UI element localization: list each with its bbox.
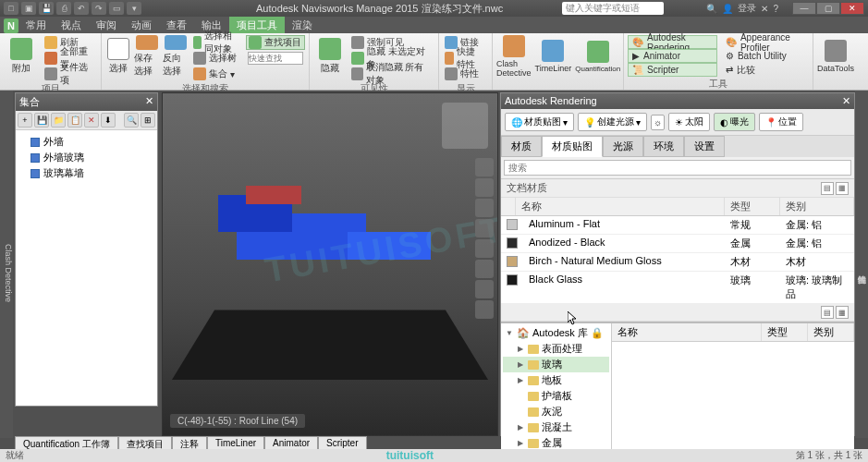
close-button[interactable]: ✕	[840, 2, 864, 15]
lib-node[interactable]: 护墙板	[503, 388, 609, 404]
lib-node-selected[interactable]: ▶玻璃	[503, 357, 609, 372]
right-dock-tabs[interactable]: 特性的属性	[855, 91, 868, 438]
lib-grid-view-icon[interactable]: ▦	[836, 306, 849, 319]
nav-pan-icon[interactable]	[475, 178, 494, 197]
timeliner-button[interactable]: TimeLiner	[535, 35, 572, 78]
batch-utility-button[interactable]: ⚙Batch Utility	[721, 49, 809, 63]
sets-search-icon[interactable]: 🔍	[124, 113, 139, 128]
3d-viewport[interactable]: TUITUISOFT C(-48)-1(-55) : Roof Line (54…	[162, 92, 498, 436]
exposure-toggle[interactable]: ◐曝光	[714, 113, 755, 131]
qat-dropdown-icon[interactable]: ▾	[127, 2, 141, 15]
material-row[interactable]: Black Glass玻璃玻璃: 玻璃制品	[501, 272, 854, 304]
select-same-button[interactable]: 选择相同对象	[191, 35, 242, 50]
tab-home[interactable]: 常用	[18, 17, 54, 33]
create-light-dropdown[interactable]: 💡创建光源 ▾	[578, 113, 647, 131]
subtab-lights[interactable]: 光源	[603, 136, 643, 157]
set-item-0[interactable]: 外墙	[19, 134, 153, 150]
login-link[interactable]: 登录	[738, 2, 756, 15]
subtab-material-mapping[interactable]: 材质贴图	[542, 136, 603, 157]
sun-toggle[interactable]: ☀太阳	[668, 113, 710, 131]
nav-camera-icon[interactable]	[475, 300, 494, 319]
user-icon[interactable]: 👤	[722, 4, 733, 14]
autodesk-rendering-button[interactable]: 🎨Autodesk Rendering	[628, 35, 717, 49]
left-dock-tabs[interactable]: Clash Detective	[0, 91, 13, 438]
nav-fly-icon[interactable]	[475, 280, 494, 298]
nav-zoom-icon[interactable]	[475, 199, 494, 217]
lib-node[interactable]: 灰泥	[503, 404, 609, 419]
qat-select-icon[interactable]: ▭	[109, 2, 124, 15]
qat-print-icon[interactable]: ⎙	[56, 2, 71, 15]
maximize-button[interactable]: ▢	[816, 2, 840, 15]
sets-delete-icon[interactable]: ✕	[84, 113, 99, 128]
sets-add-icon[interactable]: +	[18, 113, 32, 128]
location-button[interactable]: 📍位置	[759, 113, 803, 131]
set-item-1[interactable]: 外墙玻璃	[19, 150, 153, 165]
col-name[interactable]: 名称	[516, 198, 725, 215]
material-row[interactable]: Aluminum - Flat常规金属: 铝	[501, 216, 854, 235]
search-web-icon[interactable]: 🔍	[706, 4, 717, 14]
sets-folder-icon[interactable]: 📁	[51, 113, 66, 128]
invert-selection-button[interactable]: 反向选择	[163, 35, 188, 78]
tab-render[interactable]: 渲染	[285, 17, 320, 33]
file-options-button[interactable]: 文件选项	[43, 67, 97, 81]
quick-find-input[interactable]	[246, 51, 305, 66]
select-button[interactable]: 选择	[105, 35, 130, 78]
subtab-environment[interactable]: 环境	[643, 136, 684, 157]
nav-wheel-icon[interactable]	[475, 158, 494, 176]
qat-open-icon[interactable]: ▣	[21, 2, 36, 15]
qat-save-icon[interactable]: 💾	[39, 2, 54, 15]
col-type[interactable]: 类型	[725, 198, 780, 215]
sets-import-icon[interactable]: ⬇	[101, 113, 116, 128]
help-search-input[interactable]: 键入关键字或短语	[562, 2, 664, 15]
appearance-profiler-button[interactable]: 🎨Appearance Profiler	[721, 35, 809, 49]
properties-button[interactable]: 特性	[443, 67, 488, 81]
lib-col-type[interactable]: 类型	[762, 323, 808, 341]
selection-tree-button[interactable]: 选择树	[191, 51, 242, 66]
col-category[interactable]: 类别	[780, 198, 854, 215]
minimize-button[interactable]: —	[792, 2, 816, 15]
subtab-materials[interactable]: 材质	[501, 136, 542, 157]
lib-col-cat[interactable]: 类别	[808, 323, 854, 341]
sets-dropdown-button[interactable]: 集合 ▾	[191, 67, 242, 81]
sets-copy-icon[interactable]: 📋	[67, 113, 82, 128]
set-item-2[interactable]: 玻璃幕墙	[19, 165, 153, 181]
append-button[interactable]: 附加	[4, 35, 39, 78]
hide-button[interactable]: 隐藏	[313, 35, 346, 78]
animator-button[interactable]: ▶Animator	[628, 49, 717, 63]
app-menu-icon[interactable]: N	[4, 18, 18, 33]
nav-walk-icon[interactable]	[475, 260, 494, 278]
nav-look-icon[interactable]	[475, 239, 494, 258]
sets-panel-close-icon[interactable]: ✕	[145, 95, 153, 109]
datatools-button[interactable]: DataTools	[817, 35, 854, 78]
rendering-panel-close-icon[interactable]: ✕	[842, 95, 850, 107]
grid-view-icon[interactable]: ▦	[836, 182, 849, 195]
exchange-icon[interactable]: ✕	[761, 4, 768, 14]
quantification-button[interactable]: Quantification	[575, 35, 620, 78]
compare-button[interactable]: ⇄比较	[721, 63, 809, 77]
tab-animation[interactable]: 动画	[124, 17, 159, 33]
quick-props-button[interactable]: 快捷 特性	[443, 51, 488, 66]
scripter-button[interactable]: 📜Scripter	[628, 63, 717, 77]
lib-node[interactable]: ▶地板	[503, 372, 609, 388]
nav-orbit-icon[interactable]	[475, 219, 494, 237]
sets-expand-icon[interactable]: ⊞	[141, 113, 155, 128]
help-icon[interactable]: ?	[773, 4, 778, 14]
list-view-icon[interactable]: ▤	[821, 182, 834, 195]
lib-node[interactable]: ▶混凝土	[503, 419, 609, 435]
sun-settings-button[interactable]: ☼	[651, 115, 665, 130]
viewcube[interactable]	[442, 103, 488, 149]
clash-detective-button[interactable]: Clash Detective	[496, 35, 532, 78]
material-mapping-dropdown[interactable]: 🌐材质贴图 ▾	[505, 113, 574, 131]
material-row[interactable]: Anodized - Black金属金属: 铝	[501, 235, 854, 253]
save-selection-button[interactable]: 保存选择	[134, 35, 159, 78]
qat-new-icon[interactable]: □	[4, 2, 18, 15]
qat-redo-icon[interactable]: ↷	[92, 2, 106, 15]
find-items-button[interactable]: 查找项目	[246, 35, 305, 50]
lib-list-view-icon[interactable]: ▤	[821, 306, 834, 319]
sets-save-icon[interactable]: 💾	[34, 113, 49, 128]
lib-node[interactable]: ▶表面处理	[503, 341, 609, 357]
lib-col-name[interactable]: 名称	[612, 323, 762, 341]
tab-review[interactable]: 审阅	[89, 17, 124, 33]
material-row[interactable]: Birch - Natural Medium Gloss木材木材	[501, 253, 854, 272]
tab-viewpoint[interactable]: 视点	[54, 17, 89, 33]
